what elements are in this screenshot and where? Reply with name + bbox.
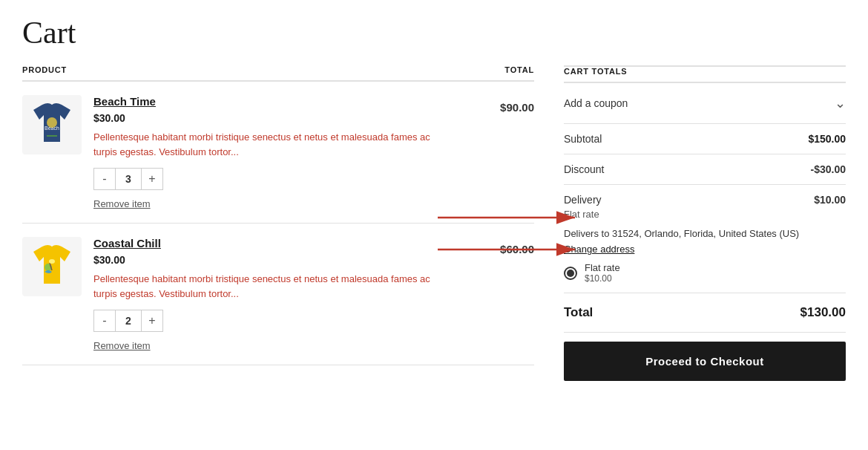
svg-point-4 — [49, 259, 55, 264]
product-info-coastal-chill: Coastal Chill $30.00 Pellentesque habita… — [22, 237, 445, 351]
page-title: Cart — [22, 15, 846, 50]
shipping-option-price: $10.00 — [585, 273, 620, 284]
product-name-coastal-chill[interactable]: Coastal Chill — [93, 237, 445, 250]
remove-item-beach-time[interactable]: Remove item — [93, 198, 151, 209]
delivery-section: Delivery $10.00 Flat rate Delivers to 31… — [564, 185, 846, 293]
delivery-label: Delivery — [564, 194, 602, 206]
svg-point-1 — [47, 117, 57, 128]
coastal-chill-shirt-icon — [26, 241, 78, 293]
remove-item-coastal-chill[interactable]: Remove item — [93, 340, 151, 351]
product-price-beach-time: $30.00 — [93, 112, 445, 124]
product-info-beach-time: Beach Beach Time $30.00 Pellentesque hab… — [22, 95, 445, 209]
shipping-option-details: Flat rate $10.00 — [585, 262, 620, 284]
cart-row-coastal-chill: Coastal Chill $30.00 Pellentesque habita… — [22, 224, 534, 365]
coupon-label: Add a coupon — [564, 97, 628, 109]
grand-total-label: Total — [564, 305, 593, 320]
delivery-row: Delivery $10.00 — [564, 194, 846, 206]
totals-header: CART TOTALS — [564, 67, 846, 83]
qty-decrease-coastal-chill[interactable]: - — [94, 310, 115, 331]
qty-value-beach-time: 3 — [115, 169, 142, 189]
table-header: PRODUCT TOTAL — [22, 65, 534, 82]
qty-control-coastal-chill: - 2 + — [93, 310, 163, 332]
coupon-chevron-icon: ⌄ — [835, 95, 846, 111]
radio-inner — [567, 270, 574, 277]
grand-total-value: $130.00 — [800, 305, 846, 320]
col-total-header: TOTAL — [445, 65, 534, 74]
product-desc-beach-time: Pellentesque habitant morbi tristique se… — [93, 130, 445, 159]
delivery-value: $10.00 — [814, 194, 846, 206]
product-image-beach-time: Beach — [22, 95, 82, 154]
product-desc-coastal-chill: Pellentesque habitant morbi tristique se… — [93, 272, 445, 301]
subtotal-value: $150.00 — [808, 133, 846, 145]
qty-value-coastal-chill: 2 — [115, 310, 142, 331]
discount-line: Discount -$30.00 — [564, 154, 846, 185]
col-product-header: PRODUCT — [22, 65, 445, 74]
product-image-coastal-chill — [22, 237, 82, 296]
coupon-row[interactable]: Add a coupon ⌄ — [564, 83, 846, 124]
checkout-button[interactable]: Proceed to Checkout — [564, 342, 846, 381]
discount-label: Discount — [564, 163, 604, 175]
product-table: PRODUCT TOTAL Beach — [22, 65, 534, 381]
product-name-beach-time[interactable]: Beach Time — [93, 95, 445, 108]
beach-time-shirt-icon: Beach — [26, 99, 78, 151]
cart-row-beach-time: Beach Beach Time $30.00 Pellentesque hab… — [22, 82, 534, 224]
qty-increase-beach-time[interactable]: + — [142, 169, 162, 189]
subtotal-label: Subtotal — [564, 133, 602, 145]
row-total-coastal-chill: $60.00 — [445, 237, 534, 255]
qty-increase-coastal-chill[interactable]: + — [142, 310, 162, 331]
shipping-radio-icon — [564, 267, 577, 280]
qty-decrease-beach-time[interactable]: - — [94, 169, 115, 189]
change-address-link[interactable]: Change address — [564, 244, 846, 255]
shipping-option[interactable]: Flat rate $10.00 — [564, 262, 846, 284]
grand-total-row: Total $130.00 — [564, 293, 846, 333]
cart-totals: CART TOTALS Add a coupon ⌄ Subtotal $150… — [564, 65, 846, 381]
subtotal-line: Subtotal $150.00 — [564, 124, 846, 154]
shipping-option-name: Flat rate — [585, 262, 620, 273]
row-total-beach-time: $90.00 — [445, 95, 534, 114]
flat-rate-text: Flat rate — [564, 209, 846, 220]
product-details-coastal-chill: Coastal Chill $30.00 Pellentesque habita… — [93, 237, 445, 351]
delivers-to-text: Delivers to 31524, Orlando, Florida, Uni… — [564, 227, 846, 241]
product-price-coastal-chill: $30.00 — [93, 254, 445, 266]
qty-control-beach-time: - 3 + — [93, 168, 163, 190]
product-details-beach-time: Beach Time $30.00 Pellentesque habitant … — [93, 95, 445, 209]
discount-value: -$30.00 — [811, 163, 846, 175]
